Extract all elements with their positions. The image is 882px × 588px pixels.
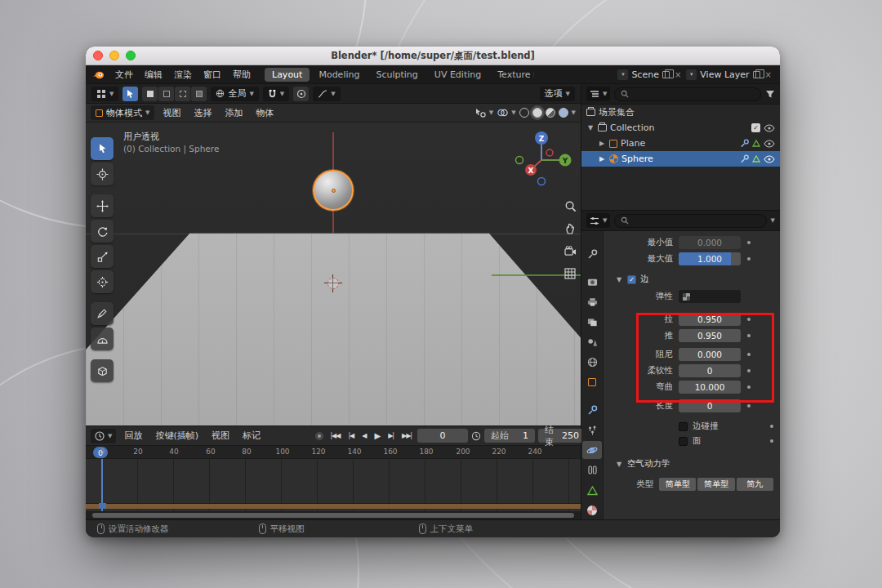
animate-dot-icon[interactable]: [747, 404, 751, 408]
scene-unlink-icon[interactable]: ×: [673, 70, 683, 79]
disclosure-closed-icon[interactable]: ▶: [598, 155, 606, 163]
zoom-view-button[interactable]: [562, 198, 578, 214]
tool-transform[interactable]: [91, 270, 114, 293]
scene-selector[interactable]: Scene: [631, 69, 659, 80]
snap-dropdown[interactable]: ▼: [263, 87, 289, 101]
workspace-tab-layout[interactable]: Layout: [265, 68, 310, 82]
select-mode-extend-icon[interactable]: [158, 87, 174, 101]
maximize-button[interactable]: [126, 51, 136, 60]
tool-rotate[interactable]: [91, 220, 114, 243]
scene-browse-icon[interactable]: ▾: [617, 69, 628, 80]
animate-dot-icon[interactable]: [747, 318, 751, 321]
current-frame-field[interactable]: 0: [417, 429, 468, 443]
camera-view-button[interactable]: [562, 243, 578, 259]
push-field[interactable]: 0.950: [679, 329, 741, 342]
tab-particles[interactable]: [582, 421, 602, 439]
shading-material-icon[interactable]: [546, 108, 555, 118]
view-menu[interactable]: 视图: [158, 105, 185, 121]
collection-checkbox[interactable]: ✓: [751, 123, 760, 132]
active-tool-button[interactable]: [122, 87, 138, 101]
edge-collision-checkbox[interactable]: [679, 422, 688, 431]
jump-to-start-button[interactable]: |◀◀: [327, 432, 342, 439]
jump-to-end-button[interactable]: ▶▶|: [399, 432, 414, 439]
aero-type-option-1[interactable]: 简单型: [659, 478, 696, 491]
animate-dot-icon[interactable]: [747, 385, 751, 389]
pull-field[interactable]: 0.950: [679, 313, 741, 326]
falloff-dropdown[interactable]: ▼: [313, 87, 340, 101]
transform-orientation-dropdown[interactable]: 全局 ▼: [211, 87, 258, 101]
animate-dot-icon[interactable]: [770, 439, 773, 443]
outliner-row-plane[interactable]: ▶ Plane: [581, 136, 780, 151]
overlays-icon[interactable]: [497, 108, 508, 118]
edge-section-header[interactable]: ▼ ✓ 边: [615, 274, 773, 285]
view-layer-selector[interactable]: View Layer: [700, 69, 749, 80]
chevron-down-icon[interactable]: ▼: [572, 109, 576, 116]
workspace-tab-sculpting[interactable]: Sculpting: [368, 68, 425, 82]
workspace-tab-uvediting[interactable]: UV Editing: [427, 68, 488, 82]
pan-view-button[interactable]: [562, 220, 578, 236]
tab-object-data[interactable]: [582, 482, 602, 500]
tool-move[interactable]: [91, 194, 114, 217]
tab-view-layer[interactable]: [582, 314, 602, 332]
chevron-down-icon[interactable]: ▼: [771, 217, 775, 224]
close-button[interactable]: [93, 51, 103, 60]
bending-field[interactable]: 10.000: [679, 381, 741, 394]
eye-icon[interactable]: [764, 155, 775, 163]
tab-render[interactable]: [582, 274, 602, 292]
minimize-button[interactable]: [109, 51, 119, 60]
workspace-tab-texture-paint[interactable]: Texture P: [490, 68, 534, 82]
disclosure-open-icon[interactable]: ▼: [615, 276, 623, 283]
viewlayer-remove-icon[interactable]: ×: [764, 70, 773, 79]
shading-rendered-icon[interactable]: [559, 108, 568, 118]
prev-keyframe-button[interactable]: |◀: [345, 432, 356, 439]
plastic-field[interactable]: 0: [679, 364, 741, 377]
object-menu[interactable]: 物体: [251, 105, 278, 121]
outliner-row-scene-collection[interactable]: 场景集合: [581, 105, 780, 120]
shading-solid-icon[interactable]: [532, 108, 542, 118]
outliner-search-input[interactable]: [614, 87, 761, 101]
animate-dot-icon[interactable]: [747, 369, 751, 372]
tool-add-cube[interactable]: [91, 359, 114, 382]
chevron-down-icon[interactable]: ▼: [489, 109, 493, 116]
properties-editor-type-button[interactable]: ▼: [586, 213, 610, 228]
edge-checkbox[interactable]: ✓: [627, 275, 636, 284]
tab-tool[interactable]: [582, 246, 602, 264]
shading-wireframe-icon[interactable]: [519, 108, 529, 118]
eye-icon[interactable]: [764, 124, 775, 132]
toggle-ortho-button[interactable]: [562, 265, 578, 282]
tool-scale[interactable]: [91, 245, 114, 268]
proportional-edit-button[interactable]: [293, 87, 309, 101]
disclosure-closed-icon[interactable]: ▶: [598, 140, 606, 147]
select-mode-new-icon[interactable]: [142, 87, 158, 101]
next-keyframe-button[interactable]: ▶|: [385, 432, 396, 439]
play-reverse-button[interactable]: ◀: [359, 432, 368, 439]
tab-scene[interactable]: [582, 333, 602, 351]
animate-dot-icon[interactable]: [747, 241, 751, 244]
tab-object[interactable]: [582, 374, 602, 392]
play-button[interactable]: ▶: [372, 431, 382, 440]
tab-world[interactable]: [582, 354, 602, 372]
tool-cursor[interactable]: [91, 163, 114, 185]
filter-funnel-icon[interactable]: [765, 90, 775, 99]
timeline-view-menu[interactable]: 视图: [207, 428, 234, 443]
frame-start-field[interactable]: 起始 1: [484, 429, 535, 443]
max-slider[interactable]: 1.000: [679, 252, 741, 265]
aero-type-option-2[interactable]: 简单型: [697, 478, 734, 491]
viewlayer-browse-icon[interactable]: ▾: [686, 69, 697, 80]
auto-keying-button[interactable]: [314, 431, 324, 441]
select-mode-invert-icon[interactable]: [191, 87, 207, 101]
animate-dot-icon[interactable]: [747, 334, 751, 337]
outliner-display-mode-button[interactable]: ▼: [586, 87, 610, 101]
show-gizmo-icon[interactable]: [474, 108, 486, 118]
preview-range-clock-icon[interactable]: [471, 431, 481, 441]
outliner-row-sphere[interactable]: ▶ Sphere: [581, 151, 780, 167]
menu-window[interactable]: 窗口: [198, 67, 227, 82]
scene-copy-icon[interactable]: [662, 71, 670, 78]
tab-physics[interactable]: [582, 441, 602, 459]
tab-material[interactable]: [582, 501, 602, 519]
markers-menu[interactable]: 标记: [238, 428, 265, 443]
eye-icon[interactable]: [764, 140, 775, 148]
tool-measure[interactable]: [91, 327, 114, 350]
aerodynamics-section-header[interactable]: ▼ 空气动力学: [615, 458, 773, 470]
length-field[interactable]: 0: [679, 399, 741, 412]
